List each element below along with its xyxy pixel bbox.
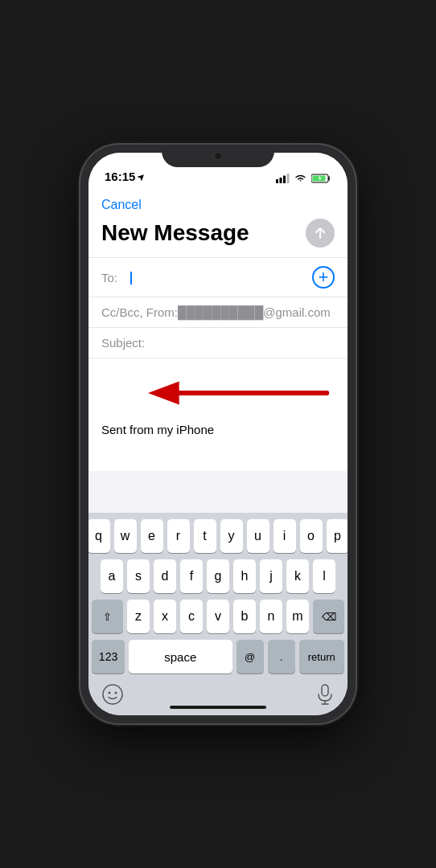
key-f[interactable]: f	[180, 559, 203, 593]
key-i[interactable]: i	[274, 519, 296, 553]
time-display: 16:15	[105, 170, 135, 183]
svg-rect-2	[283, 176, 286, 184]
svg-point-8	[103, 685, 122, 704]
space-key[interactable]: space	[129, 640, 232, 674]
svg-rect-11	[322, 685, 328, 696]
emoji-icon[interactable]	[101, 683, 124, 706]
key-c[interactable]: c	[180, 600, 203, 633]
key-z[interactable]: z	[127, 600, 150, 633]
send-button[interactable]	[306, 219, 335, 248]
status-time: 16:15	[105, 170, 146, 183]
cc-label: Cc/Bcc, From:	[101, 305, 178, 319]
svg-point-9	[109, 692, 111, 694]
key-a[interactable]: a	[101, 559, 123, 593]
key-w[interactable]: w	[114, 519, 137, 553]
backspace-key[interactable]: ⌫	[313, 600, 344, 633]
return-key[interactable]: return	[299, 640, 345, 674]
phone-frame: 16:15	[80, 145, 356, 723]
key-s[interactable]: s	[127, 559, 150, 593]
subject-field-row: Subject:	[88, 328, 348, 358]
svg-point-10	[115, 692, 117, 694]
shift-key[interactable]: ⇧	[92, 600, 123, 633]
key-u[interactable]: u	[247, 519, 269, 553]
key-e[interactable]: e	[141, 519, 163, 553]
key-k[interactable]: k	[286, 559, 309, 593]
location-icon	[138, 173, 146, 181]
camera	[214, 152, 222, 160]
body-signature: Sent from my iPhone	[101, 423, 335, 436]
to-label: To:	[101, 271, 125, 285]
subject-label: Subject:	[101, 336, 145, 350]
status-icons	[276, 174, 331, 183]
to-field-row: To: +	[88, 258, 348, 297]
microphone-icon[interactable]	[315, 683, 335, 706]
cancel-label: Cancel	[101, 198, 142, 211]
key-p[interactable]: p	[327, 519, 348, 553]
home-indicator	[170, 706, 266, 709]
at-key[interactable]: @	[237, 640, 264, 674]
cursor	[130, 272, 132, 285]
key-h[interactable]: h	[233, 559, 256, 593]
annotation	[101, 371, 335, 420]
key-d[interactable]: d	[154, 559, 176, 593]
battery-icon	[311, 174, 331, 183]
screen: 16:15	[88, 153, 348, 715]
add-contact-button[interactable]: +	[312, 266, 335, 289]
key-g[interactable]: g	[207, 559, 229, 593]
svg-rect-3	[287, 174, 290, 183]
key-m[interactable]: m	[286, 600, 309, 633]
keyboard-row-1: q w e r t y u i o p	[92, 519, 344, 553]
cc-value[interactable]: ██████████@gmail.com	[178, 305, 331, 319]
key-r[interactable]: r	[167, 519, 190, 553]
keyboard: q w e r t y u i o p a s d f g	[88, 513, 348, 715]
key-y[interactable]: y	[220, 519, 243, 553]
cc-field-row: Cc/Bcc, From: ██████████@gmail.com	[88, 297, 348, 328]
key-j[interactable]: j	[260, 559, 282, 593]
compose-header: Cancel New Message	[88, 188, 348, 258]
key-o[interactable]: o	[300, 519, 323, 553]
key-t[interactable]: t	[194, 519, 216, 553]
key-x[interactable]: x	[154, 600, 176, 633]
title-row: New Message	[101, 212, 335, 251]
key-n[interactable]: n	[260, 600, 282, 633]
cancel-button[interactable]: Cancel	[101, 198, 335, 212]
red-arrow	[101, 371, 335, 416]
svg-marker-7	[148, 382, 179, 405]
key-q[interactable]: q	[88, 519, 110, 553]
wifi-icon	[294, 174, 306, 183]
compose-title: New Message	[101, 220, 249, 246]
key-b[interactable]: b	[233, 600, 256, 633]
key-v[interactable]: v	[207, 600, 229, 633]
keyboard-row-3: ⇧ z x c v b n m ⌫	[92, 600, 344, 633]
period-key[interactable]: .	[268, 640, 295, 674]
send-icon	[313, 226, 327, 240]
to-input[interactable]	[125, 270, 312, 285]
notch	[162, 145, 274, 167]
keyboard-row-2: a s d f g h j k l	[92, 559, 344, 593]
keyboard-row-4: 123 space @ . return	[92, 640, 344, 674]
compose-body[interactable]: Sent from my iPhone	[88, 358, 348, 471]
key-l[interactable]: l	[313, 559, 335, 593]
numbers-key[interactable]: 123	[92, 640, 125, 674]
signal-icon	[276, 174, 290, 183]
compose-area: Cancel New Message To:	[88, 188, 348, 513]
svg-rect-0	[276, 179, 278, 183]
svg-rect-1	[280, 178, 282, 183]
